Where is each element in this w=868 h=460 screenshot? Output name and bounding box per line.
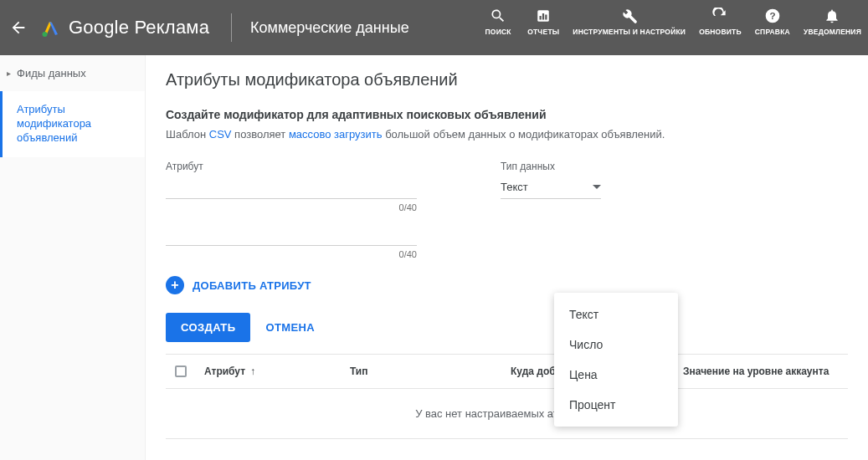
search-icon bbox=[489, 7, 507, 25]
search-label: ПОИСК bbox=[485, 28, 511, 37]
product-logo: Google Реклама bbox=[40, 17, 209, 38]
checkbox-icon bbox=[175, 365, 187, 377]
refresh-tool[interactable]: ОБНОВИТЬ bbox=[692, 0, 748, 37]
col-label: Тип bbox=[350, 365, 368, 377]
attribute-field-label: Атрибут bbox=[166, 161, 417, 172]
datatype-select[interactable]: Текст bbox=[501, 176, 601, 199]
cancel-button[interactable]: ОТМЕНА bbox=[265, 321, 315, 334]
tools-settings-label: ИНСТРУМЕНТЫ И НАСТРОЙКИ bbox=[573, 28, 686, 37]
create-button[interactable]: СОЗДАТЬ bbox=[166, 313, 250, 342]
sidebar-item-attributes[interactable]: Атрибуты модификатора объявлений bbox=[0, 91, 145, 157]
datatype-field-label: Тип данных bbox=[501, 161, 634, 172]
help-tool[interactable]: ? СПРАВКА bbox=[748, 0, 797, 37]
datatype-selected-value: Текст bbox=[501, 181, 528, 193]
col-attribute-header[interactable]: Атрибут↑ bbox=[196, 365, 342, 377]
bar-chart-icon bbox=[534, 7, 552, 25]
sidebar-item-feeds[interactable]: ▸ Фиды данных bbox=[0, 55, 145, 91]
add-attribute-button[interactable]: + ДОБАВИТЬ АТРИБУТ bbox=[166, 276, 848, 294]
datatype-option-text[interactable]: Текст bbox=[554, 299, 678, 330]
product-name: Google Реклама bbox=[69, 17, 209, 38]
reports-label: ОТЧЕТЫ bbox=[527, 28, 559, 37]
select-all-cell[interactable] bbox=[166, 365, 196, 377]
notifications-tool[interactable]: УВЕДОМЛЕНИЯ bbox=[797, 0, 868, 37]
search-tool[interactable]: ПОИСК bbox=[475, 0, 521, 37]
wrench-icon bbox=[620, 7, 639, 25]
svg-rect-3 bbox=[542, 13, 544, 20]
arrow-left-icon bbox=[9, 18, 28, 37]
col-type-header[interactable]: Тип bbox=[342, 365, 502, 377]
bulk-upload-link[interactable]: массово загрузить bbox=[289, 128, 383, 141]
csv-link[interactable]: CSV bbox=[209, 128, 232, 141]
datatype-option-percent[interactable]: Процент bbox=[554, 390, 678, 420]
desc-text: позволяет bbox=[232, 128, 289, 141]
notifications-label: УВЕДОМЛЕНИЯ bbox=[804, 28, 861, 37]
sidebar-item-label: Атрибуты модификатора объявлений bbox=[17, 103, 133, 146]
datatype-option-number[interactable]: Число bbox=[554, 330, 678, 360]
reports-tool[interactable]: ОТЧЕТЫ bbox=[521, 0, 566, 37]
svg-rect-2 bbox=[540, 16, 542, 20]
svg-rect-4 bbox=[545, 15, 547, 20]
plus-icon: + bbox=[166, 276, 184, 294]
attribute-input-1[interactable] bbox=[166, 176, 417, 199]
col-label: Атрибут bbox=[204, 365, 245, 377]
ads-logo-icon bbox=[40, 18, 60, 38]
chevron-right-icon: ▸ bbox=[7, 69, 11, 78]
help-label: СПРАВКА bbox=[755, 28, 790, 37]
svg-point-0 bbox=[43, 32, 48, 37]
chevron-down-icon bbox=[593, 185, 601, 189]
svg-text:?: ? bbox=[769, 10, 775, 21]
refresh-icon bbox=[711, 7, 729, 25]
char-counter-2: 0/40 bbox=[166, 249, 417, 259]
sidebar: ▸ Фиды данных Атрибуты модификатора объя… bbox=[0, 55, 146, 460]
col-account-value-header[interactable]: Значение на уровне аккаунта bbox=[675, 365, 848, 377]
sort-asc-icon: ↑ bbox=[250, 365, 255, 377]
page-title: Атрибуты модификатора объявлений bbox=[166, 70, 848, 89]
back-button[interactable] bbox=[0, 18, 37, 37]
datatype-dropdown-menu: Текст Число Цена Процент bbox=[554, 293, 678, 427]
page-description: Шаблон CSV позволяет массово загрузить б… bbox=[166, 128, 848, 141]
header-section-title: Коммерческие данные bbox=[250, 19, 409, 37]
sidebar-item-label: Фиды данных bbox=[17, 67, 86, 79]
desc-text: Шаблон bbox=[166, 128, 209, 141]
tools-settings-tool[interactable]: ИНСТРУМЕНТЫ И НАСТРОЙКИ bbox=[566, 0, 692, 37]
header-divider bbox=[231, 13, 232, 42]
char-counter-1: 0/40 bbox=[166, 202, 417, 212]
table-header-row: Атрибут↑ Тип Куда добавлено Значение на … bbox=[166, 354, 848, 389]
table-empty-message: У вас нет настраиваемых атрибутов bbox=[166, 389, 848, 439]
page-subtitle: Создайте модификатор для адаптивных поис… bbox=[166, 108, 848, 121]
help-icon: ? bbox=[763, 7, 782, 25]
add-attribute-label: ДОБАВИТЬ АТРИБУТ bbox=[193, 279, 311, 292]
col-label: Значение на уровне аккаунта bbox=[683, 365, 829, 377]
desc-text: большой объем данных о модификаторах объ… bbox=[383, 128, 665, 141]
datatype-option-price[interactable]: Цена bbox=[554, 360, 678, 390]
refresh-label: ОБНОВИТЬ bbox=[699, 28, 742, 37]
bell-icon bbox=[823, 7, 841, 25]
attribute-input-2[interactable] bbox=[166, 222, 417, 246]
